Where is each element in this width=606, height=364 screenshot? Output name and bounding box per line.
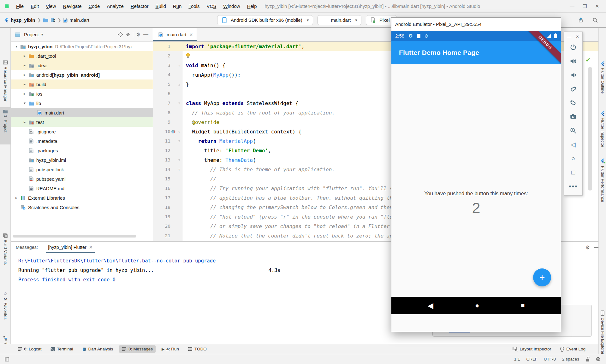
menu-navigate[interactable]: Navigate (59, 3, 85, 9)
update-icon[interactable] (577, 16, 585, 24)
locate-file-icon[interactable] (116, 32, 124, 37)
menu-edit[interactable]: Edit (27, 3, 42, 9)
stripe-tab-flutter-performance[interactable]: Flutter Performance (599, 156, 606, 216)
close-icon[interactable]: ✕ (576, 34, 579, 39)
tree-item-hyzp-yibin.iml[interactable]: hyzp_yibin.iml (11, 155, 153, 165)
project-view-label[interactable]: Project (24, 32, 39, 37)
fab-increment-button[interactable]: + (533, 268, 551, 286)
chevron-right-icon[interactable]: ▸ (21, 73, 28, 77)
tree-item-android[interactable]: ▸android [hyzp_yibin_android] (11, 70, 153, 79)
breadcrumb-lib[interactable]: lib (43, 17, 55, 23)
emulator-volume-down-button[interactable] (567, 69, 579, 81)
emulator-rotate-right-button[interactable] (567, 97, 579, 109)
console-file-link[interactable]: R:\Flutter\FlutterSDK\flutter\bin\flutte… (18, 258, 151, 264)
emulator-title-bar[interactable]: Android Emulator - Pixel_2_API_29:5554 (391, 18, 561, 31)
tree-item-build[interactable]: ▸build (11, 79, 153, 89)
breadcrumb-main.dart[interactable]: main.dart (63, 17, 89, 23)
menu-analyze[interactable]: Analyze (103, 3, 127, 9)
vertical-scrollbar[interactable] (588, 67, 592, 191)
menu-vcs[interactable]: VCS (203, 3, 220, 9)
emulator-more-button[interactable]: ●●● (567, 180, 579, 192)
fold-marker-icon[interactable]: ▿ (176, 101, 182, 105)
breadcrumb-hyzp_yibin[interactable]: hyzp_yibin (4, 17, 35, 23)
tree-item-pubspec.yaml[interactable]: pubspec.yaml (11, 174, 153, 184)
emulator-overview-button[interactable]: □ (567, 166, 579, 179)
stripe-tab-build-variants[interactable]: Build Variants (0, 231, 11, 277)
toolwindow-event-log[interactable]: Event Log (557, 345, 588, 353)
emulator-zoom-button[interactable] (567, 124, 579, 137)
emulator-screenshot-button[interactable] (567, 110, 579, 123)
chevron-right-icon[interactable]: ▸ (21, 91, 28, 96)
emulator-rotate-left-button[interactable] (567, 83, 579, 95)
status-2-spaces[interactable]: 2 spaces (562, 357, 579, 361)
menu-view[interactable]: View (42, 3, 59, 9)
tree-item-pubspec.lock[interactable]: pubspec.lock (11, 165, 153, 174)
status-1-1[interactable]: 1:1 (514, 357, 520, 361)
toolwindow-todo[interactable]: TODO (185, 345, 210, 353)
tree-item-.idea[interactable]: ▸.idea (11, 61, 153, 70)
toolwindow-layout-inspector[interactable]: Layout Inspector (510, 345, 554, 353)
stripe-tab-2-favorites[interactable]: ☆2: Favorites (0, 289, 11, 329)
menu-tools[interactable]: Tools (185, 3, 203, 9)
fold-marker-icon[interactable]: ▿ (176, 130, 182, 134)
menu-help[interactable]: Help (244, 3, 260, 9)
emulator-back-button[interactable]: ◁ (567, 138, 579, 151)
emulator-power-button[interactable] (567, 41, 579, 54)
close-icon[interactable]: ✕ (595, 3, 599, 9)
menu-window[interactable]: Window (220, 3, 243, 9)
stripe-tab-flutter-outline[interactable]: Flutter Outline (599, 59, 606, 107)
gear-icon[interactable]: ⚙ (134, 32, 142, 38)
menu-file[interactable]: File (13, 3, 27, 9)
emulator-home-button[interactable]: ○ (567, 152, 579, 165)
minimize-icon[interactable]: — (567, 34, 571, 39)
close-icon[interactable]: ✕ (189, 32, 193, 37)
chevron-right-icon[interactable]: ▸ (13, 196, 20, 200)
collapse-all-icon[interactable] (124, 32, 132, 37)
tree-item-external-libraries[interactable]: ▸External Libraries (11, 193, 153, 203)
phone-screen[interactable]: 2:58 ⚙ ⊘ Flutter Demo Home Page DEBUG Yo… (391, 31, 561, 332)
chevron-right-icon[interactable]: ▸ (21, 82, 28, 86)
toolwindow-dart-analysis[interactable]: Dart Analysis (79, 345, 116, 353)
tree-item-.gitignore[interactable]: .gitignore (11, 127, 153, 136)
gear-icon[interactable]: ⚙ (583, 244, 592, 250)
fold-marker-icon[interactable]: ▿ (176, 139, 182, 143)
tree-item-.dart-tool[interactable]: ▸.dart_tool (11, 51, 153, 61)
nav-back-button[interactable]: ◀ (428, 301, 433, 310)
nav-overview-button[interactable]: ■ (521, 302, 525, 309)
nav-home-button[interactable]: ● (475, 302, 479, 310)
fold-marker-icon[interactable]: ▿ (176, 167, 182, 172)
tree-item-readme.md[interactable]: README.md (11, 184, 153, 193)
fold-marker-icon[interactable]: ▵ (176, 82, 182, 86)
close-icon[interactable]: ✕ (89, 245, 93, 250)
toolwindow-switcher-icon[interactable] (3, 355, 11, 363)
menu-refactor[interactable]: Refactor (127, 3, 152, 9)
chevron-right-icon[interactable]: ▸ (21, 54, 28, 58)
run-config-selector[interactable]: main.dart ▼ (318, 15, 361, 25)
emulator-volume-up-button[interactable] (567, 55, 579, 68)
chevron-down-icon[interactable]: ▾ (21, 101, 28, 105)
menu-build[interactable]: Build (152, 3, 169, 9)
maximize-icon[interactable]: ❐ (583, 3, 587, 9)
status-utf-8[interactable]: UTF-8 (544, 357, 556, 361)
tree-item-scratches-and-consoles[interactable]: Scratches and Consoles (11, 203, 153, 212)
toolwindow-0-messages[interactable]: 0: Messages (119, 345, 156, 353)
chevron-right-icon[interactable]: ▸ (21, 120, 28, 124)
horizontal-scrollbar[interactable] (13, 235, 136, 238)
override-marker-icon[interactable] (171, 129, 176, 134)
stripe-tab-device-file-explorer[interactable]: Device File Explorer (599, 308, 606, 364)
intention-bulb-icon[interactable] (186, 53, 190, 59)
unlock-icon[interactable] (585, 357, 590, 362)
hide-panel-icon[interactable]: — (142, 32, 150, 38)
stripe-tab-flutter-inspector[interactable]: Flutter Inspector (599, 109, 606, 156)
search-icon[interactable] (591, 16, 599, 24)
menu-code[interactable]: Code (85, 3, 104, 9)
tree-item-hyzp-yibin[interactable]: ▾hyzp_yibinR:\FlutterProject\FlutterProj… (11, 42, 153, 51)
tree-item-main.dart[interactable]: main.dart (11, 108, 153, 117)
messages-tab[interactable]: [hyzp_yibin] Flutter ✕ (46, 242, 95, 253)
toolwindow-4-run[interactable]: ▶4: Run (159, 345, 182, 353)
toolwindow-terminal[interactable]: Terminal (48, 345, 76, 353)
chevron-right-icon[interactable]: ▸ (21, 63, 28, 68)
minimize-icon[interactable]: — (570, 3, 574, 9)
status-crlf[interactable]: CRLF (526, 357, 537, 361)
chevron-down-icon[interactable]: ▾ (13, 44, 20, 49)
